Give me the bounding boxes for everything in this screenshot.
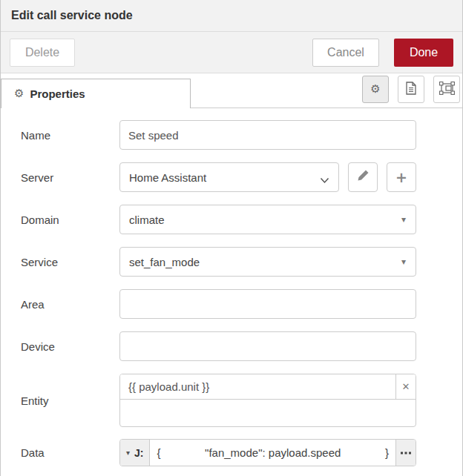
properties-section-button[interactable]: ⚙ (362, 76, 389, 103)
domain-select-value: climate (129, 214, 165, 226)
tab-action-buttons: ⚙ (362, 76, 460, 103)
add-server-button[interactable]: + (387, 162, 416, 192)
device-label: Device (21, 340, 119, 353)
edit-node-dialog: Edit call service node Delete Cancel Don… (0, 0, 463, 476)
expression-body: "fan_mode": payload.speed (205, 446, 341, 459)
entity-add-area[interactable] (120, 400, 416, 427)
properties-form: Name Server Home Assistant (1, 108, 462, 466)
area-input[interactable] (119, 289, 416, 319)
chevron-down-icon (320, 173, 329, 186)
triangle-down-icon: ▾ (401, 214, 406, 225)
domain-row: Domain climate ▾ (21, 205, 462, 234)
pencil-icon (357, 169, 370, 185)
data-typed-input: ▾ J: { "fan_mode": payload.speed } (119, 439, 416, 466)
triangle-down-icon: ▾ (401, 257, 406, 267)
domain-select[interactable]: climate ▾ (119, 205, 416, 234)
name-row: Name (21, 120, 462, 150)
tab-row: ⚙ Properties ⚙ (1, 73, 462, 108)
appearance-section-button[interactable] (433, 76, 460, 103)
entity-list: ✕ (119, 374, 416, 427)
domain-label: Domain (21, 214, 119, 226)
entity-row: Entity ✕ (21, 374, 462, 427)
data-label: Data (21, 446, 119, 459)
server-select-value: Home Assistant (129, 171, 206, 184)
dialog-title: Edit call service node (11, 9, 133, 22)
entity-input[interactable] (120, 374, 395, 399)
expression-close-brace: } (385, 446, 389, 459)
service-row: Service set_fan_mode ▾ (21, 247, 462, 277)
plus-icon: + (395, 171, 407, 185)
expand-expression-button[interactable] (395, 440, 416, 466)
done-button[interactable]: Done (394, 39, 453, 67)
device-input[interactable] (119, 331, 416, 361)
object-group-icon (439, 82, 455, 97)
remove-entity-button[interactable]: ✕ (395, 374, 416, 399)
name-input[interactable] (119, 120, 416, 150)
service-select[interactable]: set_fan_mode ▾ (119, 247, 416, 277)
data-expression-input[interactable]: { "fan_mode": payload.speed } (150, 440, 395, 466)
description-section-button[interactable] (398, 76, 424, 103)
dialog-toolbar: Delete Cancel Done (1, 32, 462, 73)
service-select-value: set_fan_mode (129, 256, 200, 268)
delete-button[interactable]: Delete (10, 39, 75, 67)
entity-item: ✕ (120, 374, 416, 400)
server-label: Server (21, 171, 119, 184)
name-label: Name (21, 129, 119, 142)
area-label: Area (21, 298, 119, 311)
server-row: Server Home Assistant + (21, 162, 462, 192)
cancel-button[interactable]: Cancel (312, 39, 379, 67)
close-icon: ✕ (402, 381, 410, 392)
gear-icon: ⚙ (370, 84, 380, 95)
tab-properties-label: Properties (30, 87, 85, 100)
ellipsis-icon (401, 449, 411, 456)
data-type-select[interactable]: ▾ J: (120, 440, 150, 466)
service-label: Service (21, 256, 119, 268)
document-icon (405, 82, 417, 97)
edit-server-button[interactable] (348, 162, 378, 192)
expression-open-brace: { (157, 446, 160, 459)
device-row: Device (21, 331, 462, 361)
jsonata-type-icon: J: (134, 447, 143, 459)
gear-icon: ⚙ (14, 88, 24, 99)
dialog-header: Edit call service node (1, 0, 462, 32)
caret-down-icon: ▾ (126, 449, 130, 457)
server-select[interactable]: Home Assistant (119, 162, 339, 192)
tab-properties[interactable]: ⚙ Properties (1, 79, 191, 108)
area-row: Area (21, 289, 462, 319)
entity-label: Entity (21, 394, 119, 407)
data-row: Data ▾ J: { "fan_mode": payload.speed } (21, 439, 462, 466)
